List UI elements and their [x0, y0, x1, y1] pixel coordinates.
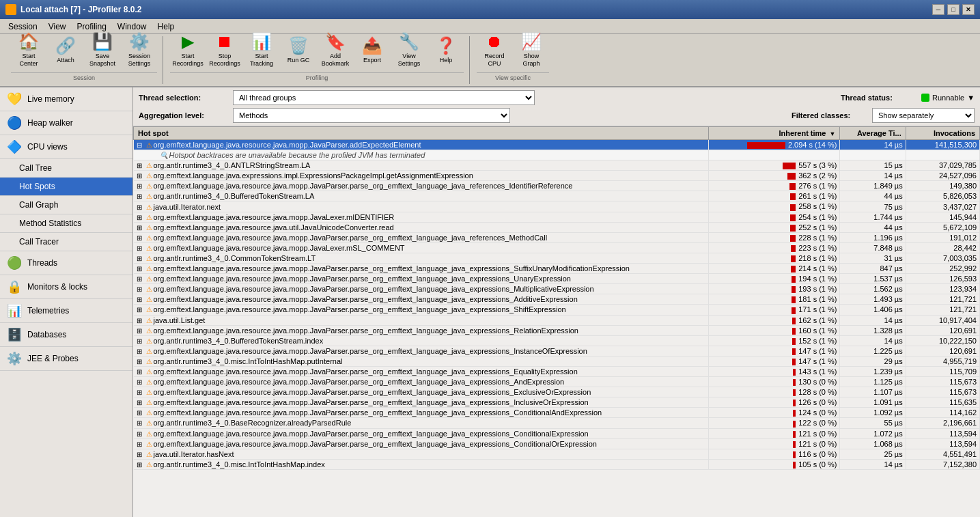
table-row[interactable]: ⊞⚠org.emftext.language.java.resource.jav… [134, 212, 980, 222]
sidebar-item-live-memory[interactable]: 💛 Live memory [0, 87, 132, 111]
record-cpu-button[interactable]: ⏺ RecordCPU [477, 29, 512, 71]
show-graph-button[interactable]: 📈 ShowGraph [514, 29, 549, 71]
expand-button[interactable]: ⊞ [137, 182, 145, 190]
table-row[interactable]: ⊞⚠org.emftext.language.java.resource.jav… [134, 438, 980, 449]
expand-button[interactable]: ⊟ [137, 141, 145, 149]
table-row[interactable]: ⊞⚠java.util.Iterator.next258 s (1 %)75 µ… [134, 201, 980, 212]
attach-button[interactable]: 🔗 Attach [48, 29, 83, 71]
filtered-classes-dropdown[interactable]: Show separately [872, 108, 975, 123]
expand-button[interactable]: ⊞ [137, 419, 145, 427]
table-row[interactable]: 🔍Hotspot backtraces are unavailable beca… [134, 150, 980, 160]
table-row[interactable]: ⊞⚠org.emftext.language.java.resource.jav… [134, 274, 980, 284]
table-row[interactable]: ⊞⚠java.util.List.get162 s (1 %)14 µs10,9… [134, 315, 980, 325]
close-button[interactable]: ✕ [962, 4, 975, 15]
table-row[interactable]: ⊞⚠org.emftext.language.java.resource.jav… [134, 377, 980, 387]
expand-button[interactable]: ⊞ [137, 399, 145, 406]
table-row[interactable]: ⊞⚠java.util.Iterator.hasNext116 s (0 %)2… [134, 449, 980, 459]
table-row[interactable]: ⊞⚠org.emftext.language.java.expressions.… [134, 171, 980, 181]
sidebar-item-hot-spots[interactable]: Hot Spots [0, 178, 132, 196]
table-row[interactable]: ⊞⚠org.emftext.language.java.resource.jav… [134, 366, 980, 376]
start-tracking-button[interactable]: 📊 StartTracking [244, 29, 279, 71]
aggregation-dropdown[interactable]: Methods [233, 108, 510, 123]
sidebar-item-telemetries[interactable]: 📊 Telemetries [0, 299, 132, 323]
save-snapshot-button[interactable]: 💾 SaveSnapshot [85, 29, 120, 71]
col-header-invocations[interactable]: Invocations [906, 127, 979, 140]
table-row[interactable]: ⊞⚠org.emftext.language.java.resource.jav… [134, 181, 980, 191]
sidebar-item-threads[interactable]: 🟢 Threads [0, 251, 132, 275]
expand-button[interactable]: ⊞ [137, 204, 145, 211]
expand-button[interactable]: ⊞ [137, 409, 145, 417]
sidebar-item-jee-probes[interactable]: ⚙️ JEE & Probes [0, 347, 132, 371]
expand-button[interactable]: ⊞ [137, 255, 145, 262]
table-row[interactable]: ⊞⚠org.emftext.language.java.resource.jav… [134, 408, 980, 418]
expand-button[interactable]: ⊞ [137, 172, 145, 180]
export-button[interactable]: 📤 Export [354, 29, 390, 71]
expand-button[interactable]: ⊞ [137, 451, 145, 458]
thread-selection-dropdown[interactable]: All thread groups [233, 90, 535, 105]
sidebar-item-method-statistics[interactable]: Method Statistics [0, 214, 132, 233]
sidebar-item-monitors-locks[interactable]: 🔒 Monitors & locks [0, 275, 132, 299]
add-bookmark-button[interactable]: 🔖 AddBookmark [318, 29, 353, 71]
col-header-hotspot[interactable]: Hot spot [134, 127, 709, 140]
sidebar-item-call-tree[interactable]: Call Tree [0, 159, 132, 178]
expand-button[interactable]: ⊞ [137, 368, 145, 376]
expand-button[interactable]: ⊞ [137, 285, 145, 293]
start-recordings-button[interactable]: ▶ StartRecordings [170, 29, 206, 71]
table-row[interactable]: ⊞⚠org.antlr.runtime3_4_0.misc.IntToIntHa… [134, 356, 980, 366]
expand-button[interactable]: ⊞ [137, 430, 145, 438]
table-row[interactable]: ⊞⚠org.emftext.language.java.resource.jav… [134, 284, 980, 294]
expand-button[interactable]: ⊞ [137, 358, 145, 365]
table-row[interactable]: ⊞⚠org.antlr.runtime3_4_0.misc.IntToIntHa… [134, 459, 980, 469]
thread-status-arrow[interactable]: ▼ [967, 94, 975, 102]
expand-button[interactable]: ⊞ [137, 275, 145, 283]
expand-button[interactable]: ⊞ [137, 234, 145, 242]
expand-button[interactable]: ⊞ [137, 337, 145, 345]
table-row[interactable]: ⊞⚠org.antlr.runtime3_4_0.ANTLRStringStre… [134, 160, 980, 171]
expand-button[interactable]: ⊞ [137, 317, 145, 324]
table-row[interactable]: ⊞⚠org.emftext.language.java.resource.jav… [134, 387, 980, 397]
expand-button[interactable]: ⊞ [137, 244, 145, 252]
expand-button[interactable]: ⊞ [137, 224, 145, 232]
table-row[interactable]: ⊞⚠org.emftext.language.java.resource.jav… [134, 232, 980, 242]
col-header-avg-time[interactable]: Average Ti... [840, 127, 906, 140]
sidebar-item-call-tracer[interactable]: Call Tracer [0, 233, 132, 251]
expand-button[interactable]: ⊞ [137, 327, 145, 335]
expand-button[interactable]: ⊞ [137, 265, 145, 273]
table-row[interactable]: ⊞⚠org.emftext.language.java.resource.jav… [134, 294, 980, 305]
table-row[interactable]: ⊞⚠org.emftext.language.java.resource.jav… [134, 428, 980, 438]
run-gc-button[interactable]: 🗑️ Run GC [281, 29, 316, 71]
sidebar-item-call-graph[interactable]: Call Graph [0, 196, 132, 214]
expand-button[interactable]: ⊞ [137, 348, 145, 355]
maximize-button[interactable]: □ [947, 4, 960, 15]
table-row[interactable]: ⊞⚠org.emftext.language.java.resource.jav… [134, 397, 980, 408]
table-row[interactable]: ⊞⚠org.antlr.runtime3_4_0.CommonTokenStre… [134, 253, 980, 263]
expand-button[interactable]: ⊞ [137, 378, 145, 386]
help-button[interactable]: ❓ Help [428, 29, 464, 71]
table-row[interactable]: ⊟⚠org.emftext.language.java.resource.jav… [134, 140, 980, 150]
table-row[interactable]: ⊞⚠org.emftext.language.java.resource.jav… [134, 346, 980, 356]
expand-button[interactable]: ⊞ [137, 461, 145, 469]
start-center-button[interactable]: 🏠 StartCenter [11, 29, 46, 71]
expand-button[interactable]: ⊞ [137, 306, 145, 313]
table-row[interactable]: ⊞⚠org.emftext.language.java.resource.jav… [134, 222, 980, 232]
expand-button[interactable]: ⊞ [137, 162, 145, 169]
table-row[interactable]: ⊞⚠org.emftext.language.java.resource.jav… [134, 325, 980, 335]
sidebar-item-databases[interactable]: 🗄️ Databases [0, 323, 132, 347]
table-row[interactable]: ⊞⚠org.antlr.runtime3_4_0.BufferedTokenSt… [134, 191, 980, 201]
minimize-button[interactable]: ─ [932, 4, 944, 15]
sidebar-item-heap-walker[interactable]: 🔵 Heap walker [0, 111, 132, 135]
expand-button[interactable]: ⊞ [137, 193, 145, 200]
col-header-inherent-time[interactable]: Inherent time ▼ [709, 127, 840, 140]
table-row[interactable]: ⊞⚠org.emftext.language.java.resource.jav… [134, 305, 980, 315]
stop-recordings-button[interactable]: ⏹ StopRecordings [207, 29, 242, 71]
table-row[interactable]: ⊞⚠org.emftext.language.java.resource.jav… [134, 242, 980, 253]
view-settings-button[interactable]: 🔧 ViewSettings [391, 29, 427, 71]
expand-button[interactable]: ⊞ [137, 214, 145, 221]
table-row[interactable]: ⊞⚠org.antlr.runtime3_4_0.BufferedTokenSt… [134, 335, 980, 346]
table-row[interactable]: ⊞⚠org.emftext.language.java.resource.jav… [134, 264, 980, 274]
table-row[interactable]: ⊞⚠org.antlr.runtime3_4_0.BaseRecognizer.… [134, 418, 980, 428]
sidebar-item-cpu-views[interactable]: 🔷 CPU views [0, 135, 132, 159]
expand-button[interactable]: ⊞ [137, 296, 145, 303]
expand-button[interactable]: ⊞ [137, 389, 145, 396]
session-settings-button[interactable]: ⚙️ SessionSettings [122, 29, 157, 71]
